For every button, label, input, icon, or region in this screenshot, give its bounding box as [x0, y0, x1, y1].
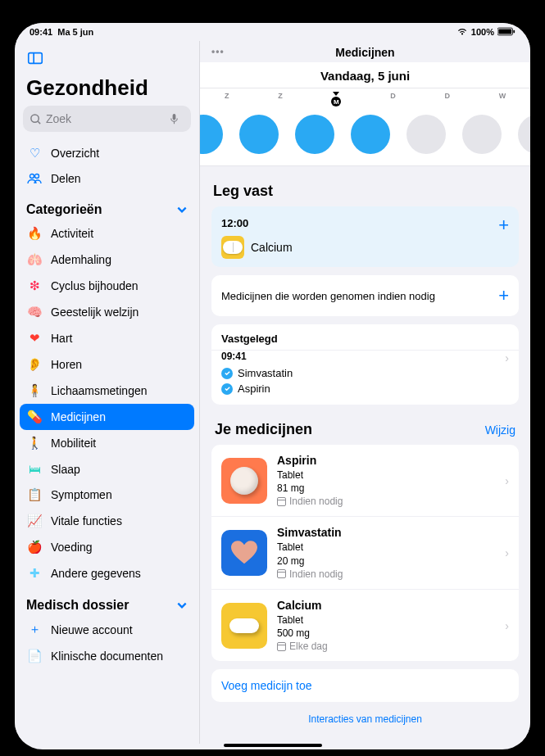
category-icon: 📈 [26, 514, 43, 528]
sidebar-item-activiteit[interactable]: 🔥Activiteit [15, 220, 199, 247]
sidebar-item-label: Horen [51, 358, 82, 371]
sidebar-item-hart[interactable]: ❤︎Hart [15, 325, 199, 351]
sidebar-item-vitale-functies[interactable]: 📈Vitale functies [15, 508, 199, 534]
calendar-icon [277, 642, 286, 651]
as-needed-card[interactable]: Medicijnen die worden genomen indien nod… [211, 275, 519, 316]
battery-percent: 100% [471, 27, 494, 37]
weekday[interactable]: W [499, 92, 506, 106]
day-circles[interactable] [200, 108, 530, 166]
sidebar-item-sharing[interactable]: Delen [15, 166, 199, 191]
med-form: Tablet [277, 613, 495, 627]
sidebar-item-lichaamsmetingen[interactable]: 🧍Lichaamsmetingen [15, 378, 199, 404]
svg-point-5 [31, 114, 39, 121]
med-name: Aspirin [277, 453, 495, 469]
chevron-right-icon[interactable]: › [505, 351, 509, 364]
view-title-bar: ••• Medicijnen [200, 41, 530, 62]
add-as-needed-button[interactable]: + [498, 285, 509, 306]
status-date: Ma 5 jun [57, 27, 93, 37]
chevron-right-icon[interactable]: › [505, 619, 509, 632]
day-circle-current[interactable] [351, 115, 390, 154]
sidebar-item-label: Nieuwe account [51, 623, 133, 636]
weekday-strip[interactable]: Z Z M D D W [200, 88, 530, 108]
sidebar-item-label: Klinische documenten [51, 650, 163, 663]
day-circle[interactable] [200, 115, 223, 154]
sidebar-item-horen[interactable]: 👂Horen [15, 351, 199, 378]
schedule-card[interactable]: 12:00 + Calcium [211, 206, 519, 267]
schedule-time: 12:00 [221, 217, 248, 229]
med-name: Calcium [277, 598, 495, 613]
day-circle[interactable] [295, 115, 334, 154]
weekday[interactable]: D [444, 92, 450, 106]
svg-point-8 [30, 174, 34, 179]
day-circle[interactable] [518, 115, 530, 154]
sidebar-toggle-button[interactable] [15, 46, 199, 74]
sidebar: Gezondheid Zoek ♡ Overzicht Delen [15, 41, 200, 744]
logged-card[interactable]: Vastgelegd 09:41 › Simvastatin [211, 324, 519, 405]
category-icon: ❤︎ [26, 331, 43, 346]
category-icon: 🍎 [26, 540, 43, 555]
sidebar-item-overview[interactable]: ♡ Overzicht [15, 140, 199, 166]
records-item-klinische-documenten[interactable]: 📄Klinische documenten [15, 643, 199, 669]
svg-rect-7 [173, 113, 176, 120]
search-input[interactable]: Zoek [23, 106, 191, 132]
weekday-current[interactable]: M [331, 92, 341, 106]
category-icon: 📋 [26, 487, 43, 502]
weekday[interactable]: Z [225, 92, 229, 106]
chevron-right-icon[interactable]: › [505, 546, 509, 559]
add-log-button[interactable]: + [498, 215, 509, 236]
weekday[interactable]: Z [278, 92, 283, 106]
day-circle[interactable] [239, 115, 279, 154]
categories-header[interactable]: Categorieën [15, 191, 199, 220]
svg-point-9 [35, 174, 39, 179]
more-icon[interactable]: ••• [211, 46, 225, 57]
sidebar-item-ademhaling[interactable]: 🫁Ademhaling [15, 247, 199, 273]
search-placeholder: Zoek [46, 112, 71, 125]
weekday[interactable]: D [390, 92, 396, 106]
log-section-title: Leg vast [213, 183, 517, 200]
sidebar-item-mobiliteit[interactable]: 🚶Mobiliteit [15, 430, 199, 456]
mic-icon[interactable] [168, 113, 180, 125]
edit-meds-button[interactable]: Wijzig [485, 423, 515, 437]
svg-line-6 [38, 121, 40, 124]
current-date: Vandaag, 5 juni [200, 62, 530, 88]
records-header[interactable]: Medisch dossier [15, 586, 199, 616]
med-form: Tablet [277, 469, 495, 482]
sidebar-item-geestelijk-welzijn[interactable]: 🧠Geestelijk welzijn [15, 299, 199, 325]
day-circle[interactable] [462, 115, 502, 154]
svg-rect-2 [513, 29, 515, 33]
category-icon: 🚶 [26, 436, 43, 450]
interactions-link[interactable]: Interacties van medicijnen [211, 710, 519, 727]
main-content: ••• Medicijnen Vandaag, 5 juni Z Z M D D… [200, 41, 530, 744]
sidebar-item-medicijnen[interactable]: 💊Medicijnen [20, 404, 194, 430]
add-med-button[interactable]: Voeg medicijn toe [211, 669, 519, 702]
med-schedule: Elke dag [277, 640, 495, 653]
sidebar-item-label: Vitale functies [51, 514, 122, 527]
med-row[interactable]: Aspirin Tablet 81 mg Indien nodig › [211, 445, 519, 517]
med-form: Tablet [277, 541, 495, 554]
sidebar-item-label: Geestelijk welzijn [51, 306, 139, 319]
your-meds-title: Je medicijnen [215, 421, 312, 438]
logged-item: Simvastatin [221, 365, 509, 381]
med-dose: 81 mg [277, 482, 495, 495]
sidebar-item-andere-gegevens[interactable]: ✚Andere gegevens [15, 560, 199, 586]
day-circle[interactable] [406, 115, 446, 154]
category-icon: 🔥 [26, 226, 43, 241]
sidebar-item-label: Andere gegevens [51, 567, 141, 580]
people-icon [26, 173, 43, 184]
sidebar-item-slaap[interactable]: 🛏Slaap [15, 456, 199, 482]
med-row[interactable]: Simvastatin Tablet 20 mg Indien nodig › [211, 517, 519, 589]
sidebar-item-cyclus-bijhouden[interactable]: ❇︎Cyclus bijhouden [15, 273, 199, 299]
check-icon [221, 383, 233, 395]
record-icon: ＋ [26, 622, 43, 637]
home-indicator[interactable] [224, 744, 322, 747]
sidebar-item-label: Slaap [51, 463, 80, 476]
sidebar-item-symptomen[interactable]: 📋Symptomen [15, 482, 199, 508]
med-row[interactable]: Calcium Tablet 500 mg Elke dag › [211, 590, 519, 661]
sidebar-item-voeding[interactable]: 🍎Voeding [15, 534, 199, 560]
sidebar-item-label: Cyclus bijhouden [51, 279, 139, 292]
med-dose: 500 mg [277, 627, 495, 640]
records-item-nieuwe-account[interactable]: ＋Nieuwe account [15, 616, 199, 643]
chevron-right-icon[interactable]: › [505, 474, 509, 487]
category-icon: 🛏 [26, 462, 43, 476]
category-icon: 💊 [26, 410, 43, 424]
